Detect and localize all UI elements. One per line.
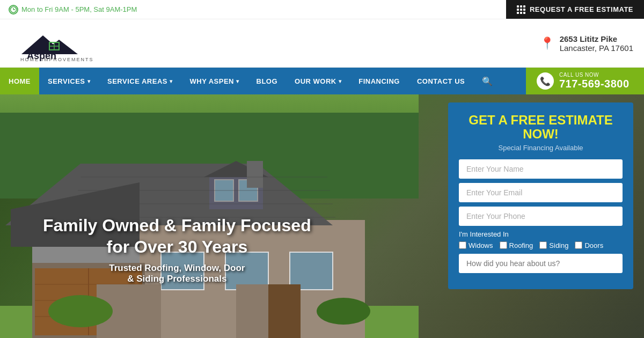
address-line1: 2653 Lititz Pike [560, 34, 633, 43]
form-title: GET A FREE ESTIMATE NOW! [459, 113, 623, 142]
interested-label: I'm Interested In [459, 230, 623, 238]
chevron-down-icon: ▾ [236, 78, 239, 84]
name-input[interactable] [459, 159, 623, 179]
request-estimate-label: REQUEST A FREE ESTIMATE [530, 5, 633, 13]
hours-area: Mon to Fri 9AM - 5PM, Sat 9AM-1PM [0, 5, 137, 14]
nav-home[interactable]: HOME [0, 68, 39, 94]
hours-text: Mon to Fri 9AM - 5PM, Sat 9AM-1PM [21, 5, 137, 13]
checkbox-doors[interactable]: Doors [575, 241, 603, 249]
hero-section: Family Owned & Family Focusedfor Over 30… [0, 94, 644, 338]
checkbox-siding[interactable]: Siding [539, 241, 568, 249]
nav-financing[interactable]: FINANCING [350, 68, 408, 94]
top-bar: Mon to Fri 9AM - 5PM, Sat 9AM-1PM REQUES… [0, 0, 644, 19]
nav-our-work[interactable]: OUR WORK ▾ [286, 68, 350, 94]
address-text: 2653 Lititz Pike Lancaster, PA 17601 [560, 34, 633, 53]
estimate-form-panel: GET A FREE ESTIMATE NOW! Special Financi… [448, 102, 633, 289]
svg-point-35 [317, 298, 370, 325]
form-subtitle: Special Financing Available [459, 144, 623, 152]
chevron-down-icon: ▾ [339, 78, 342, 84]
nav-why-aspen[interactable]: WHY ASPEN ▾ [181, 68, 248, 94]
svg-text:HOME IMPROVEMENTS: HOME IMPROVEMENTS [20, 57, 94, 62]
chevron-down-icon: ▾ [170, 78, 173, 84]
phone-icon: 📞 [537, 72, 554, 90]
header: Aspen HOME IMPROVEMENTS 📍 2653 Lititz Pi… [0, 19, 644, 68]
logo-svg: Aspen HOME IMPROVEMENTS [11, 25, 118, 62]
svg-rect-25 [268, 284, 301, 338]
chevron-down-icon: ▾ [87, 78, 91, 84]
request-estimate-button[interactable]: REQUEST A FREE ESTIMATE [506, 0, 644, 19]
clock-icon [9, 5, 18, 14]
phone-number: 717-569-3800 [559, 78, 630, 90]
nav-contact-us[interactable]: CONTACT US [408, 68, 473, 94]
search-button[interactable]: 🔍 [473, 68, 501, 94]
nav-items: HOME SERVICES ▾ SERVICE AREAS ▾ WHY ASPE… [0, 68, 526, 94]
checkbox-windows[interactable]: Widows [459, 241, 493, 249]
hero-subtitle: Trusted Roofing, Window, Door& Siding Pr… [43, 263, 311, 284]
checkbox-roofing[interactable]: Roofing [500, 241, 533, 249]
phone-cta[interactable]: 📞 CALL US NOW 717-569-3800 [526, 68, 644, 94]
phone-input[interactable] [459, 207, 623, 226]
hero-text-area: Family Owned & Family Focusedfor Over 30… [43, 215, 311, 284]
svg-rect-33 [236, 284, 268, 338]
main-nav: HOME SERVICES ▾ SERVICE AREAS ▾ WHY ASPE… [0, 68, 644, 94]
hear-input[interactable] [459, 254, 623, 273]
address-area: 📍 2653 Lititz Pike Lancaster, PA 17601 [540, 34, 633, 53]
nav-services[interactable]: SERVICES ▾ [39, 68, 99, 94]
call-label: CALL US NOW [559, 72, 630, 78]
svg-rect-36 [247, 161, 263, 188]
checkboxes-group: Widows Roofing Siding Doors [459, 241, 623, 249]
form-exclaim: ! [554, 127, 559, 141]
nav-blog[interactable]: BLOG [248, 68, 287, 94]
email-input[interactable] [459, 183, 623, 202]
grid-icon [517, 5, 525, 14]
address-line2: Lancaster, PA 17601 [560, 43, 633, 53]
pin-icon: 📍 [540, 36, 554, 50]
call-text: CALL US NOW 717-569-3800 [559, 72, 630, 90]
nav-service-areas[interactable]: SERVICE AREAS ▾ [99, 68, 181, 94]
logo-area[interactable]: Aspen HOME IMPROVEMENTS [11, 25, 118, 62]
svg-point-34 [48, 295, 113, 327]
hero-title: Family Owned & Family Focusedfor Over 30… [43, 215, 311, 258]
